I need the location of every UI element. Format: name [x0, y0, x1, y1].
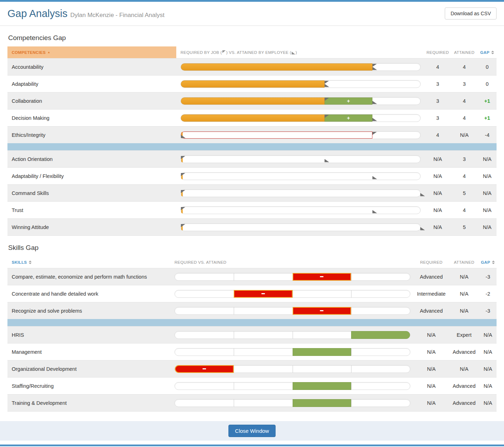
gap-value: N/A — [478, 156, 497, 162]
required-value: N/A — [425, 224, 451, 230]
footer-bar: Close Window — [0, 421, 504, 441]
required-marker-icon — [372, 132, 377, 135]
segment-divider — [351, 273, 351, 280]
column-header-gap[interactable]: GAP — [479, 256, 497, 268]
segment-divider — [234, 331, 234, 339]
skill-row: ManagementN/AAdvancedN/A — [7, 343, 497, 360]
required-value: 3 — [425, 81, 451, 87]
skill-row: HRISN/AExpertN/A — [7, 326, 497, 343]
attained-value: 4 — [451, 98, 478, 104]
segment-divider — [234, 348, 234, 356]
gap-bar-cell — [171, 331, 414, 339]
required-marker-icon — [325, 81, 329, 84]
bars-header-text-2: ) VS. ATTAINED BY EMPLOYEE ( — [226, 50, 292, 55]
gap-value: N/A — [478, 207, 497, 213]
required-bar-fill — [181, 97, 325, 105]
page-title-block: Gap AnalysisDylan McKenzie - Financial A… — [7, 8, 165, 19]
column-header-skills[interactable]: SKILLS — [7, 256, 171, 268]
competency-label: Action Orientation — [7, 156, 176, 162]
gap-bar-cell: + — [176, 114, 425, 122]
column-header-required-vs-attained: REQUIRED VS. ATTAINED — [171, 256, 414, 268]
section-separator — [7, 319, 497, 326]
skill-row: Compare, estimate, economize and perform… — [7, 268, 497, 285]
gap-bar-cell — [176, 172, 425, 180]
competency-row: Adaptability / FlexibilityN/A4N/A — [7, 167, 497, 184]
segment-divider — [351, 290, 351, 297]
competency-row: Winning AttitudeN/A5N/A — [7, 218, 497, 235]
gap-value: N/A — [479, 383, 497, 389]
segment-divider — [234, 365, 234, 373]
gap-value: 0 — [478, 81, 497, 87]
page-header: Gap AnalysisDylan McKenzie - Financial A… — [0, 2, 504, 26]
page-subtitle: Dylan McKenzie - Financial Analyst — [70, 12, 165, 18]
attained-value: Advanced — [449, 383, 479, 389]
required-value: N/A — [414, 383, 449, 389]
attained-value: 3 — [451, 156, 478, 162]
gap-bar-track — [181, 206, 421, 214]
competency-row: Accountability440 — [7, 58, 497, 75]
skill-label: Concentrate and handle detailed work — [7, 291, 171, 297]
required-marker-icon — [372, 64, 377, 67]
attained-value: N/A — [449, 308, 479, 314]
competency-label: Adaptability / Flexibility — [7, 173, 176, 179]
sort-ascending-icon: ▲ — [48, 51, 50, 54]
skills-section: Skills Gap SKILLS REQUIRED VS. ATTAINED … — [7, 244, 497, 412]
skill-label: Organizational Development — [7, 366, 171, 372]
attained-marker-icon — [372, 210, 377, 213]
minus-symbol — [203, 368, 206, 369]
required-flag-icon — [222, 50, 226, 53]
competency-label: Accountability — [7, 64, 176, 70]
deficit-segment — [293, 307, 351, 315]
attained-value: 4 — [451, 207, 478, 213]
gap-value: -3 — [479, 308, 497, 314]
required-value: Advanced — [414, 308, 449, 314]
column-header-skills-label: SKILLS — [12, 260, 27, 264]
skill-label: Recognize and solve problems — [7, 308, 171, 314]
gap-bar-cell — [176, 223, 425, 231]
level-bar-track — [175, 273, 410, 281]
level-bar-track — [175, 348, 410, 356]
gap-bar-cell — [171, 273, 414, 281]
gap-bar-cell — [171, 307, 414, 315]
segment-divider — [293, 290, 293, 297]
gap-bar-cell — [176, 131, 425, 139]
gap-bar-track: + — [181, 97, 421, 105]
gap-value: -3 — [479, 274, 497, 280]
required-value: N/A — [425, 156, 451, 162]
attained-value: 5 — [451, 190, 478, 196]
gap-bar-track — [181, 155, 421, 163]
competencies-section-title: Competencies Gap — [8, 34, 497, 42]
gap-bar-cell — [176, 63, 425, 71]
close-window-button[interactable]: Close Window — [228, 425, 276, 437]
skill-row: Staffing/RecruitingN/AAdvancedN/A — [7, 377, 497, 394]
column-header-attained: ATTAINED — [449, 256, 479, 268]
column-header-competencies[interactable]: COMPETENCIES ▲ — [7, 46, 176, 58]
minus-symbol — [320, 310, 323, 311]
required-value: N/A — [425, 173, 451, 179]
level-bar-track — [175, 290, 410, 298]
gap-bar-cell — [171, 399, 414, 407]
competency-row: Command SkillsN/A5N/A — [7, 184, 497, 201]
sort-icon — [491, 51, 494, 54]
segment-divider — [293, 331, 293, 339]
skills-table: SKILLS REQUIRED VS. ATTAINED REQUIRED AT… — [7, 256, 497, 412]
plus-symbol: + — [347, 98, 350, 104]
competencies-table: COMPETENCIES ▲ REQUIRED BY JOB () VS. AT… — [7, 46, 497, 236]
sort-icon — [492, 261, 495, 264]
required-value: N/A — [425, 207, 451, 213]
attained-value: N/A — [449, 366, 479, 372]
gap-value: +1 — [478, 115, 497, 121]
gap-bar-track — [181, 189, 421, 197]
gap-bar-cell — [176, 189, 425, 197]
download-csv-button[interactable]: Download as CSV — [445, 7, 497, 19]
skill-label: Staffing/Recruiting — [7, 383, 171, 389]
required-value: 3 — [425, 98, 451, 104]
skill-label: Training & Development — [7, 400, 171, 406]
gap-value: +1 — [478, 98, 497, 104]
level-bar-track — [175, 365, 410, 373]
attained-marker-icon — [372, 118, 377, 121]
competency-row: Ethics/Integrity4N/A-4 — [7, 126, 497, 143]
column-header-gap[interactable]: GAP — [478, 46, 497, 58]
attained-value: 4 — [451, 64, 478, 70]
required-bar-fill — [181, 80, 325, 88]
